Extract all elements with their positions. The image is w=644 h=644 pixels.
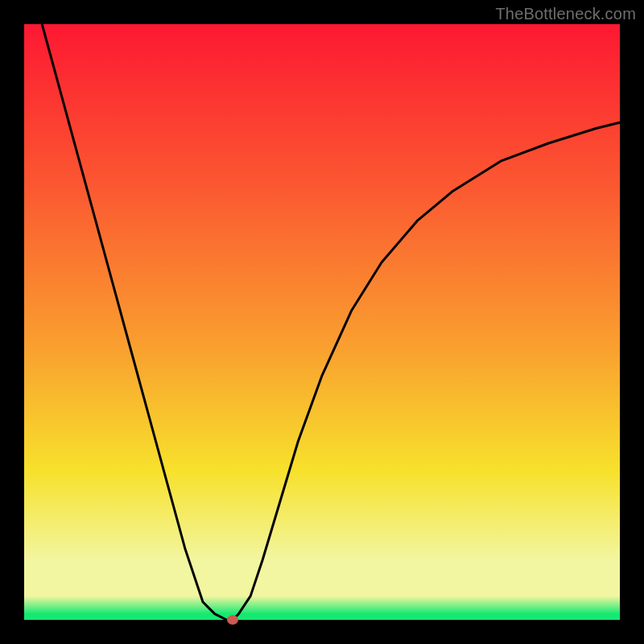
minimum-marker — [227, 615, 238, 625]
bottleneck-curve — [24, 24, 620, 620]
watermark-text: TheBottleneck.com — [495, 5, 636, 23]
plot-area — [24, 24, 620, 620]
chart-stage: TheBottleneck.com — [0, 0, 644, 644]
